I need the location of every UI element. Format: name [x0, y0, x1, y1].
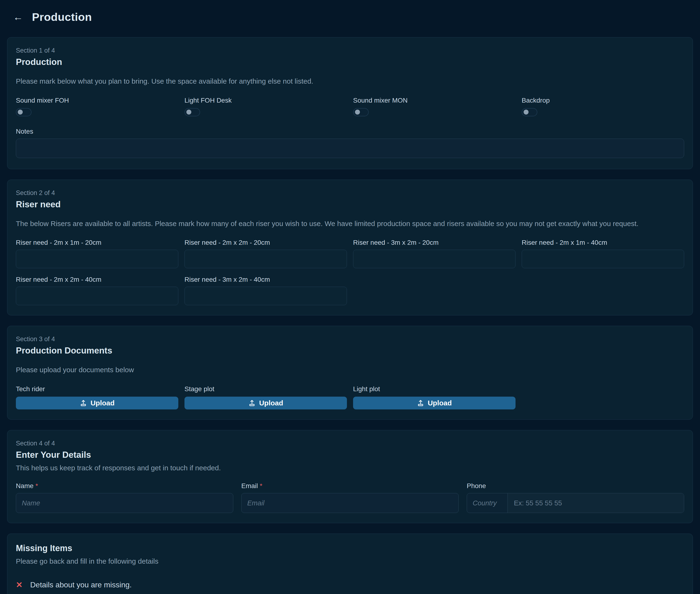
backdrop-toggle[interactable] — [522, 108, 537, 116]
riser-label: Riser need - 3m x 2m - 20cm — [353, 239, 516, 246]
riser-label: Riser need - 2m x 1m - 20cm — [16, 239, 178, 246]
riser-label: Riser need - 2m x 2m - 40cm — [16, 276, 178, 284]
riser-3x2-40-input[interactable] — [184, 287, 347, 305]
riser-label: Riser need - 3m x 2m - 40cm — [184, 276, 347, 284]
riser-2x1-40-input[interactable] — [522, 250, 684, 268]
upload-icon — [248, 399, 256, 407]
notes-field: Notes — [16, 128, 684, 159]
section-riser-need-card: Section 2 of 4 Riser need The below Rise… — [7, 179, 693, 316]
section-details-card: Section 4 of 4 Enter Your Details This h… — [7, 430, 693, 523]
upload-field-light-plot: Light plot Upload — [353, 385, 516, 409]
riser-field: Riser need - 2m x 1m - 20cm — [16, 239, 178, 268]
toggle-field-sound-mixer-foh: Sound mixer FOH — [16, 97, 178, 116]
toggle-label: Sound mixer MON — [353, 97, 516, 104]
riser-field: Riser need - 3m x 2m - 20cm — [353, 239, 516, 268]
email-label: Email* — [241, 482, 459, 490]
section-title: Enter Your Details — [16, 450, 684, 460]
phone-input-group: Country — [467, 493, 684, 513]
upload-button-label: Upload — [259, 399, 283, 407]
upload-field-stage-plot: Stage plot Upload — [184, 385, 347, 409]
riser-2x2-40-input[interactable] — [16, 287, 178, 305]
riser-field: Riser need - 2m x 1m - 40cm — [522, 239, 684, 268]
riser-2x1-20-input[interactable] — [16, 250, 178, 268]
x-icon: ✕ — [16, 581, 23, 589]
section-description: This helps us keep track of responses an… — [16, 463, 684, 473]
riser-field: Riser need - 2m x 2m - 20cm — [184, 239, 347, 268]
upload-label: Tech rider — [16, 385, 178, 393]
phone-number-input[interactable] — [508, 493, 684, 513]
required-asterisk: * — [260, 482, 262, 490]
sound-mixer-foh-toggle[interactable] — [16, 108, 32, 116]
name-field: Name* — [16, 482, 233, 513]
section-kicker: Section 4 of 4 — [16, 440, 684, 447]
riser-field: Riser need - 2m x 2m - 40cm — [16, 276, 178, 305]
upload-label: Light plot — [353, 385, 516, 393]
upload-label: Stage plot — [184, 385, 347, 393]
sound-mixer-mon-toggle[interactable] — [353, 108, 369, 116]
notes-label: Notes — [16, 128, 684, 135]
toggle-knob — [18, 110, 23, 115]
section-production-documents-card: Section 3 of 4 Production Documents Plea… — [7, 326, 693, 420]
riser-3x2-20-input[interactable] — [353, 250, 516, 268]
riser-2x2-20-input[interactable] — [184, 250, 347, 268]
name-label: Name* — [16, 482, 233, 490]
phone-label: Phone — [467, 482, 684, 490]
light-foh-desk-toggle[interactable] — [184, 108, 200, 116]
section-kicker: Section 2 of 4 — [16, 189, 684, 197]
toggle-label: Backdrop — [522, 97, 684, 104]
name-input[interactable] — [16, 493, 233, 513]
riser-label: Riser need - 2m x 2m - 20cm — [184, 239, 347, 246]
section-description: Please upload your documents below — [16, 365, 684, 375]
riser-label: Riser need - 2m x 1m - 40cm — [522, 239, 684, 246]
upload-button-label: Upload — [91, 399, 115, 407]
riser-field: Riser need - 3m x 2m - 40cm — [184, 276, 347, 305]
toggle-field-light-foh-desk: Light FOH Desk — [184, 97, 347, 116]
missing-items-description: Please go back and fill in the following… — [16, 557, 684, 566]
country-code-select[interactable]: Country — [467, 493, 508, 513]
missing-item-text: Details about you are missing. — [30, 581, 132, 589]
toggle-knob — [186, 110, 191, 115]
section-description: The below Risers are available to all ar… — [16, 219, 684, 229]
toggle-label: Sound mixer FOH — [16, 97, 178, 104]
upload-field-tech-rider: Tech rider Upload — [16, 385, 178, 409]
page-header: ← Production — [0, 0, 700, 24]
notes-textarea[interactable] — [16, 139, 684, 158]
details-grid: Name* Email* Phone Country — [16, 482, 684, 513]
phone-field: Phone Country — [467, 482, 684, 513]
name-label-text: Name — [16, 482, 34, 490]
toggle-field-backdrop: Backdrop — [522, 97, 684, 116]
missing-items-title: Missing Items — [16, 543, 684, 553]
email-field: Email* — [241, 482, 459, 513]
stage-plot-upload-button[interactable]: Upload — [184, 397, 347, 409]
toggle-knob — [524, 110, 529, 115]
email-label-text: Email — [241, 482, 258, 490]
tech-rider-upload-button[interactable]: Upload — [16, 397, 178, 409]
upload-button-label: Upload — [428, 399, 452, 407]
toggle-field-sound-mixer-mon: Sound mixer MON — [353, 97, 516, 116]
upload-icon — [417, 399, 424, 407]
riser-grid: Riser need - 2m x 1m - 20cm Riser need -… — [16, 239, 684, 305]
section-kicker: Section 3 of 4 — [16, 335, 684, 343]
missing-items-card: Missing Items Please go back and fill in… — [7, 534, 693, 594]
toggle-grid: Sound mixer FOH Light FOH Desk Sound mix… — [16, 97, 684, 116]
upload-grid: Tech rider Upload Stage plot Upload Ligh… — [16, 385, 684, 409]
light-plot-upload-button[interactable]: Upload — [353, 397, 516, 409]
section-title: Production Documents — [16, 346, 684, 356]
page-title: Production — [32, 10, 92, 24]
toggle-label: Light FOH Desk — [184, 97, 347, 104]
section-production-card: Section 1 of 4 Production Please mark be… — [7, 37, 693, 169]
missing-item-row: ✕ Details about you are missing. — [16, 581, 684, 589]
section-title: Production — [16, 57, 684, 67]
toggle-knob — [355, 110, 360, 115]
section-title: Riser need — [16, 199, 684, 209]
back-arrow-icon[interactable]: ← — [13, 12, 23, 22]
section-description: Please mark below what you plan to bring… — [16, 76, 684, 86]
required-asterisk: * — [36, 482, 38, 490]
email-input[interactable] — [241, 493, 459, 513]
section-kicker: Section 1 of 4 — [16, 47, 684, 54]
upload-icon — [79, 399, 87, 407]
